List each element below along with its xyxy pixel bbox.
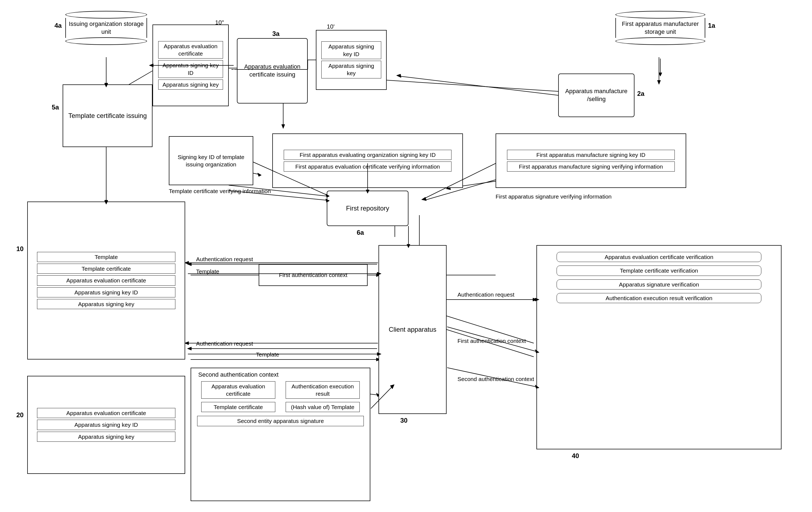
first-mfr-signing-key-id: First apparatus manufacture signing key …: [507, 150, 675, 160]
first-auth-context-box: First authentication context: [259, 264, 368, 286]
first-mfr-signing-box: First apparatus manufacture signing key …: [496, 134, 686, 188]
svg-marker-59: [422, 197, 427, 201]
label-10: 10: [16, 245, 24, 253]
box40: Apparatus evaluation certificate verific…: [536, 245, 782, 449]
svg-marker-39: [282, 124, 285, 129]
box10dp-item2: Apparatus signing key ID: [158, 60, 223, 78]
svg-marker-22: [187, 262, 192, 266]
box10doubleprime: Apparatus evaluation certificate Apparat…: [152, 25, 229, 106]
issuing-org-storage: Issuing organization storage unit: [65, 11, 147, 45]
svg-line-50: [400, 76, 558, 95]
box10dp-item1: Apparatus evaluation certificate: [158, 41, 223, 59]
box40-auth-exec-result-verif: Authentication execution result verifica…: [557, 293, 761, 303]
box10-template-cert: Template certificate: [37, 264, 175, 274]
svg-marker-43: [659, 73, 662, 76]
auth-request-2-label: Authentication request: [196, 340, 253, 347]
template-lower-label: Template: [256, 351, 279, 358]
box10-template: Template: [37, 252, 175, 262]
label-5a: 5a: [52, 104, 59, 111]
label-4a: 4a: [55, 22, 62, 29]
first-eval-cert-verifying-info: First apparatus evaluation certificate v…: [284, 162, 452, 172]
box40-app-eval-cert-verif: Apparatus evaluation certificate verific…: [557, 252, 761, 262]
svg-marker-66: [184, 261, 189, 264]
template-to-client-label: Template: [196, 268, 219, 275]
svg-marker-51: [397, 74, 401, 78]
first-mfr-signing-verifying: First apparatus manufacture signing veri…: [507, 162, 675, 172]
label-2a: 2a: [637, 90, 644, 97]
svg-marker-76: [184, 342, 189, 345]
box10: Template Template certificate Apparatus …: [27, 202, 185, 360]
label-6a: 6a: [357, 229, 364, 236]
box10p-item2: Apparatus signing key: [321, 61, 381, 79]
sac-hash-value: (Hash value of) Template: [286, 402, 360, 412]
svg-marker-13: [258, 173, 261, 176]
box10p-item1: Apparatus signing key ID: [321, 41, 381, 59]
box40-template-cert-verif: Template certificate verification: [557, 265, 761, 276]
first-app-eval-org-box: First apparatus evaluating organization …: [272, 134, 463, 188]
label-10prime: 10': [327, 23, 335, 30]
auth-request-3-label: Authentication request: [458, 291, 514, 298]
label-20: 20: [16, 411, 24, 419]
svg-marker-31: [187, 347, 192, 350]
svg-marker-3: [657, 80, 661, 84]
box10prime: Apparatus signing key ID Apparatus signi…: [316, 30, 387, 90]
first-repository: First repository: [327, 191, 408, 226]
box10-app-eval-cert: Apparatus evaluation certificate: [37, 275, 175, 285]
sac-template-cert: Template certificate: [201, 402, 275, 412]
box20-app-signing-key: Apparatus signing key: [37, 432, 175, 442]
box20-app-eval-cert: Apparatus evaluation certificate: [37, 408, 175, 418]
client-apparatus: Client apparatus: [378, 245, 446, 414]
second-auth-context-label: Second authentication context: [458, 376, 534, 382]
first-auth-context-label: First authentication context: [458, 338, 526, 344]
signing-key-id-template-box: Signing key ID of template issuing organ…: [169, 136, 253, 185]
box40-app-sig-verif: Apparatus signature verification: [557, 279, 761, 289]
second-auth-context-title: Second authentication context: [197, 371, 364, 379]
second-auth-context-outer: Second authentication context Apparatus …: [191, 368, 370, 501]
box20-app-signing-key-id: Apparatus signing key ID: [37, 420, 175, 430]
first-app-sig-verifying-label: First apparatus signature verifying info…: [496, 193, 612, 200]
box10dp-item3: Apparatus signing key: [158, 80, 223, 90]
box10-app-signing-key: Apparatus signing key: [37, 299, 175, 309]
label-30: 30: [400, 417, 408, 424]
box20: Apparatus evaluation certificate Apparat…: [27, 376, 185, 474]
first-mfr-storage: First apparatus manufacturer storage uni…: [615, 11, 705, 45]
template-cert-verifying-label: Template certificate verifying informati…: [169, 188, 271, 195]
label-1a: 1a: [708, 22, 715, 29]
template-cert-issuing: Template certificate issuing: [63, 84, 152, 147]
auth-request-1-label: Authentication request: [196, 256, 253, 262]
label-10doubleprime: 10": [215, 19, 224, 26]
sac-auth-exec-result: Authentication execution result: [286, 381, 360, 399]
label-3a: 3a: [272, 30, 280, 37]
sac-app-eval-cert: Apparatus evaluation certificate: [201, 381, 275, 399]
apparatus-eval-cert-issuing: Apparatus evaluation certificate issuing: [237, 38, 308, 104]
apparatus-mfr-selling: Apparatus manufacture /selling: [558, 74, 635, 117]
first-eval-org-signing-key-id: First apparatus evaluating organization …: [284, 150, 452, 160]
box10-app-signing-key-id: Apparatus signing key ID: [37, 287, 175, 297]
sac-second-entity-sig: Second entity apparatus signature: [197, 416, 364, 426]
label-40: 40: [572, 452, 579, 460]
